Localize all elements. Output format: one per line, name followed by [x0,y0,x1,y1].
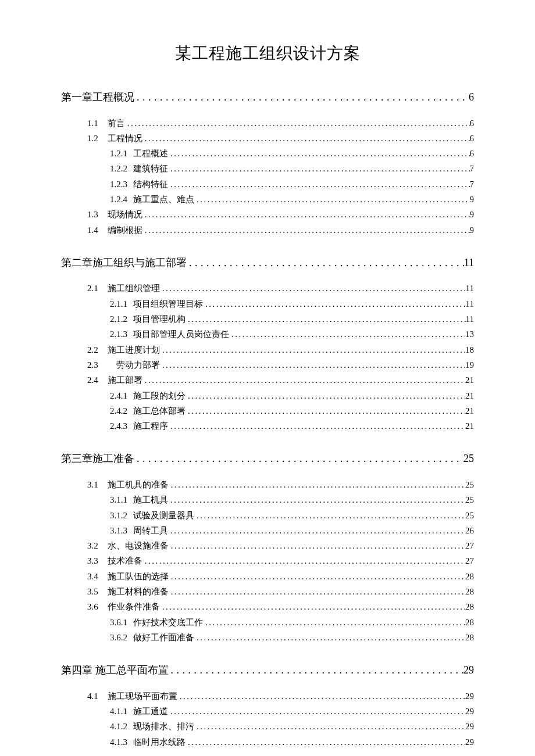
toc-entry-title: 作好技术交底工作 [133,615,203,629]
toc-leader-dots: ........................................… [194,719,465,733]
toc-entry-page: 21 [465,373,474,387]
toc-entry-number: 3.1.3 [110,524,127,538]
toc-entry-number: 2.4 [87,373,98,387]
toc-entry-number: 2.4.3 [110,419,127,433]
toc-leader-dots: ........................................… [187,255,464,271]
toc-entry-number: 1.1 [87,116,98,130]
toc-entry-title: 编制根据 [108,223,142,237]
toc-entry: 1.2.1工程概述...............................… [61,146,474,160]
toc-leader-dots: ........................................… [169,478,465,492]
toc-leader-dots: ........................................… [160,600,465,614]
toc-entry-page: 9 [470,223,475,237]
toc-entry: 2.1.1项目组织管理目标...........................… [61,297,474,311]
toc-entry: 3.6.1作好技术交底工作...........................… [61,615,474,629]
doc-title: 某工程施工组织设计方案 [61,41,474,67]
toc-entry-number: 3.1.2 [110,508,127,522]
toc-entry-title: 项目组织管理目标 [133,297,203,311]
toc-leader-dots: ........................................… [177,689,465,703]
toc-leader-dots: ........................................… [169,539,465,553]
toc-entry-title: 施工材料的准备 [108,585,169,599]
toc-entry-page: 6 [470,116,475,130]
toc-entry-number: 1.2.4 [110,192,127,206]
toc-entry: 1.2.2建筑特征...............................… [61,162,474,175]
toc-entry-title: 施工重点、难点 [133,192,194,206]
toc-leader-dots: ........................................… [168,493,465,507]
toc-entry: 4.1.1施工通道...............................… [61,704,474,718]
toc-entry-page: 7 [470,177,475,191]
toc-entry-page: 25 [465,478,474,492]
toc-entry: 1.2工程情况.................................… [61,131,474,145]
toc-leader-dots: ........................................… [168,162,470,175]
toc-entry-title: 第四章 施工总平面布置 [61,662,169,679]
toc-entry-title: 施工部署 [108,373,142,387]
toc-entry-number: 2.1.3 [110,327,127,341]
toc-entry-page: 11 [466,297,474,311]
toc-entry-title: 施工组织管理 [108,281,160,295]
toc-leader-dots: ........................................… [125,116,470,130]
toc-entry-title: 第二章施工组织与施工部署 [61,255,187,271]
toc-leader-dots: ........................................… [168,704,465,718]
table-of-contents: 第一章工程概况.................................… [61,89,474,749]
toc-entry: 3.1施工机具的准备..............................… [61,478,474,492]
toc-entry-number: 1.2.2 [110,162,127,175]
toc-leader-dots: ........................................… [186,389,465,403]
toc-entry-number: 4.1.2 [110,719,127,733]
toc-leader-dots: ........................................… [142,131,470,145]
toc-entry-number: 1.2.3 [110,177,127,191]
toc-leader-dots: ........................................… [194,630,465,644]
toc-entry-title: 前言 [108,116,125,130]
toc-entry-title: 作业条件准备 [108,600,160,614]
toc-entry: 2.2施工进度计划...............................… [61,343,474,357]
toc-entry-number: 3.6.2 [110,630,127,644]
toc-entry-page: 28 [465,630,474,644]
toc-entry-page: 26 [465,524,474,538]
toc-entry-page: 27 [465,554,474,568]
toc-entry-title: 施工机具 [133,493,168,507]
toc-entry-number: 2.1 [87,281,98,295]
toc-entry-page: 27 [465,539,474,553]
toc-entry-title: 水、电设施准备 [108,539,169,553]
toc-entry: 4.1.3临时用水线路.............................… [61,735,474,749]
toc-entry-page: 21 [465,404,474,418]
toc-entry: 3.1.1施工机具...............................… [61,493,474,507]
toc-entry-number: 3.6.1 [110,615,127,629]
toc-entry: 4.1施工现场平面布置.............................… [61,689,474,703]
toc-entry-page: 28 [465,615,474,629]
toc-entry-number: 3.4 [87,569,98,583]
toc-entry: 第三章施工准备.................................… [61,450,474,467]
toc-entry-page: 9 [470,192,475,206]
toc-entry-title: 施工程序 [133,419,168,433]
toc-entry-number: 1.4 [87,223,98,237]
toc-entry-number: 2.1.1 [110,297,127,311]
toc-entry: 1.3现场情况.................................… [61,207,474,221]
toc-entry-number: 4.1.3 [110,735,127,749]
toc-entry-page: 13 [465,327,474,341]
toc-entry: 3.1.2试验及测量器具............................… [61,508,474,522]
toc-leader-dots: ........................................… [186,404,465,418]
toc-entry-number: 2.3 [87,358,98,372]
toc-entry-page: 29 [465,719,474,733]
toc-entry-number: 1.3 [87,207,98,221]
toc-entry-title: 施工总体部署 [133,404,186,418]
toc-entry-number: 2.4.2 [110,404,127,418]
toc-entry-number: 3.3 [87,554,98,568]
toc-entry-page: 7 [470,162,475,175]
toc-leader-dots: ........................................… [194,192,470,206]
toc-leader-dots: ........................................… [160,358,465,372]
toc-entry-title: 建筑特征 [133,162,168,175]
toc-entry-page: 11 [466,281,474,295]
toc-entry-title: 施工通道 [133,704,168,718]
toc-entry-title: 周转工具 [133,524,168,538]
toc-entry-page: 28 [465,569,474,583]
toc-entry-title: 结构特征 [133,177,168,191]
toc-entry-title: 临时用水线路 [133,735,186,749]
toc-entry-page: 6 [470,131,475,145]
toc-entry: 第四章 施工总平面布置.............................… [61,662,474,679]
toc-leader-dots: ........................................… [142,373,465,387]
toc-entry-title: 第一章工程概况 [61,89,134,106]
toc-entry-title: 现场情况 [108,207,142,221]
toc-entry: 3.1.3周转工具...............................… [61,524,474,538]
toc-entry: 1.2.4施工重点、难点............................… [61,192,474,206]
toc-entry-title: 项目部管理人员岗位责任 [133,327,229,341]
toc-leader-dots: ........................................… [168,177,470,191]
